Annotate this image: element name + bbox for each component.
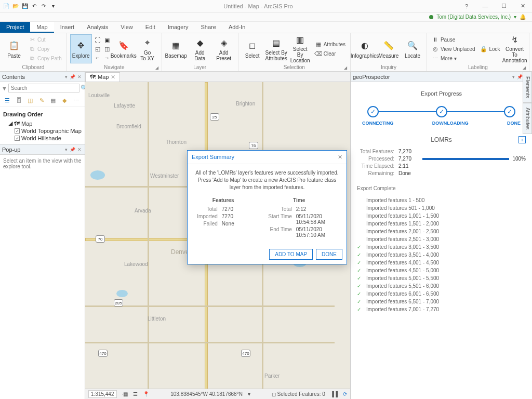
measure-button[interactable]: 📏Measure	[378, 34, 400, 63]
select-button[interactable]: ◻Select	[242, 34, 263, 63]
tab-imagery[interactable]: Imagery	[162, 22, 195, 33]
close-icon[interactable]: ✕	[515, 3, 530, 9]
popup-header: Pop-up ▾ 📌 ✕	[0, 144, 85, 155]
clear-button[interactable]: ⌫Clear	[313, 49, 347, 58]
lock-labels-button[interactable]: 🔒Lock	[478, 45, 501, 54]
pin-icon[interactable]: 📌	[517, 74, 523, 79]
status-tool-icon[interactable]: 📍	[143, 391, 149, 397]
tab-share[interactable]: Share	[195, 22, 222, 33]
status-tool-icon[interactable]: ·▦	[122, 391, 128, 397]
dropdown-icon[interactable]: ▾	[65, 147, 68, 152]
convert-annotation-button[interactable]: ↯Convert To Annotation	[504, 34, 526, 63]
tab-analysis[interactable]: Analysis	[81, 22, 114, 33]
list-by-labeling-icon[interactable]: ◆	[60, 96, 69, 104]
tab-map[interactable]: Map	[30, 22, 54, 33]
basemap-button[interactable]: ▦Basemap	[165, 34, 187, 63]
maximize-icon[interactable]: ☐	[497, 3, 511, 9]
qat-save-icon[interactable]: 💾	[21, 2, 29, 10]
select-by-attributes-button[interactable]: ▤Select By Attributes	[265, 34, 287, 63]
zoom-sel-icon[interactable]: ◱	[94, 45, 101, 52]
checkbox-icon[interactable]: ✓	[15, 136, 20, 141]
copy-icon: ⧉	[29, 45, 36, 52]
notifications-icon[interactable]: 🔔	[520, 14, 526, 20]
list-by-editing-icon[interactable]: ✎	[37, 96, 46, 104]
qat-open-icon[interactable]: 📂	[11, 2, 20, 10]
zoom-layer-icon[interactable]: ▣	[103, 36, 111, 44]
select-by-location-button[interactable]: ▥Select By Location	[289, 34, 311, 63]
locate-button[interactable]: 🔍Locate	[402, 34, 423, 63]
tab-view[interactable]: View	[114, 22, 139, 33]
tree-layer-item[interactable]: ✓World Topographic Map	[3, 127, 82, 135]
tab-edit[interactable]: Edit	[139, 22, 162, 33]
view-unplaced-button[interactable]: ◎View Unplaced	[430, 45, 477, 54]
qat-customize-icon[interactable]: ▾	[49, 2, 57, 10]
attributes-button[interactable]: ▦Attributes	[313, 40, 347, 49]
vert-tab-elements[interactable]: Elements	[523, 72, 532, 103]
explore-button[interactable]: ✥Explore	[70, 34, 92, 63]
pin-icon[interactable]: 📌	[70, 147, 75, 152]
signin-user[interactable]: Tom (Digital Data Services, Inc.)	[436, 14, 511, 20]
minimize-icon[interactable]: —	[478, 3, 493, 9]
close-panel-icon[interactable]: ✕	[77, 74, 82, 79]
pause-draw-icon[interactable]: ▐▐	[330, 391, 338, 397]
tree-layer-item[interactable]: ✓World Hillshade	[3, 135, 82, 142]
paste-button[interactable]: 📋Paste	[3, 34, 25, 63]
zoom-full-icon[interactable]: ⛶	[94, 36, 101, 44]
infographics-button[interactable]: ◐Infographics	[354, 34, 376, 63]
status-tool-icon[interactable]: ☰	[133, 391, 138, 397]
dialog-close-icon[interactable]: ✕	[338, 154, 342, 161]
scale-input[interactable]: 1:315,442	[88, 390, 117, 398]
bookmarks-button[interactable]: 🔖Bookmarks	[113, 34, 135, 63]
close-panel-icon[interactable]: ✕	[77, 147, 82, 152]
map-label: Parker	[264, 373, 280, 379]
prev-extent-icon[interactable]: ←	[94, 54, 101, 61]
pin-icon[interactable]: 📌	[70, 74, 75, 79]
list-by-selection-icon[interactable]: ◫	[26, 96, 34, 104]
qat-new-icon[interactable]: 📄	[2, 2, 10, 10]
feature-log-item: Imported features 2,001 - 2,500	[357, 228, 526, 235]
filter-icon[interactable]: ▼	[2, 85, 7, 91]
selection-launcher-icon[interactable]: ◢	[344, 65, 347, 70]
features-col-header: Features	[194, 197, 252, 203]
goto-xy-button[interactable]: ⌖Go To XY	[137, 34, 158, 63]
refresh-icon[interactable]: ⟳	[343, 391, 347, 397]
qat-undo-icon[interactable]: ↶	[30, 2, 38, 10]
tab-insert[interactable]: Insert	[54, 22, 81, 33]
fixed-zoom-icon[interactable]: ◫	[103, 45, 111, 52]
coordinates: 103.8384545°W 40.1817668°N	[170, 391, 243, 397]
add-to-map-button[interactable]: ADD TO MAP	[269, 249, 313, 260]
addpreset-button[interactable]: ◈Add Preset	[213, 34, 235, 63]
close-tab-icon[interactable]: ✕	[111, 74, 115, 81]
list-by-source-icon[interactable]: 🗄	[15, 96, 23, 104]
done-button[interactable]: DONE	[316, 249, 342, 260]
copypath-button[interactable]: ⧉Copy Path	[27, 54, 63, 63]
map-view-tab[interactable]: 🗺Map✕	[85, 72, 120, 82]
dropdown-icon[interactable]: ▾	[65, 74, 68, 79]
check-icon: ✓	[357, 260, 363, 265]
list-by-drawing-icon[interactable]: ☰	[3, 96, 11, 104]
next-extent-icon[interactable]: →	[103, 54, 111, 61]
adddata-button[interactable]: ◆Add Data	[189, 34, 211, 63]
selloc-icon: ▥	[294, 34, 307, 45]
more-labeling-button[interactable]: ⋯More ▾	[430, 54, 477, 63]
labeling-launcher-icon[interactable]: ◢	[523, 65, 526, 70]
layer-name: LOMRsi	[357, 136, 526, 143]
list-by-snapping-icon[interactable]: ▦	[49, 96, 57, 104]
checkbox-icon[interactable]: ✓	[15, 128, 20, 134]
help-icon[interactable]: ?	[459, 3, 474, 9]
tree-map-node[interactable]: ◢🗺Map	[3, 119, 82, 127]
feature-log-item: ✓Imported features 4,001 - 4,500	[357, 259, 526, 267]
tab-addin[interactable]: Add-In	[222, 22, 251, 33]
dropdown-icon[interactable]: ▾	[512, 74, 515, 79]
contents-search-input[interactable]	[8, 84, 79, 92]
vert-tab-attributes[interactable]: Attributes	[523, 103, 532, 134]
list-more-icon[interactable]: ⋯	[72, 96, 80, 104]
info-icon[interactable]: i	[518, 136, 526, 143]
copy-button[interactable]: ⧉Copy	[27, 45, 63, 54]
pause-labels-button[interactable]: ⏸Pause	[430, 35, 477, 44]
cut-button[interactable]: ✂Cut	[27, 35, 63, 44]
map-label: Louisville	[88, 92, 110, 98]
qat-redo-icon[interactable]: ↷	[39, 2, 48, 10]
navigate-launcher-icon[interactable]: ◢	[155, 65, 158, 70]
tab-project[interactable]: Project	[0, 22, 30, 33]
